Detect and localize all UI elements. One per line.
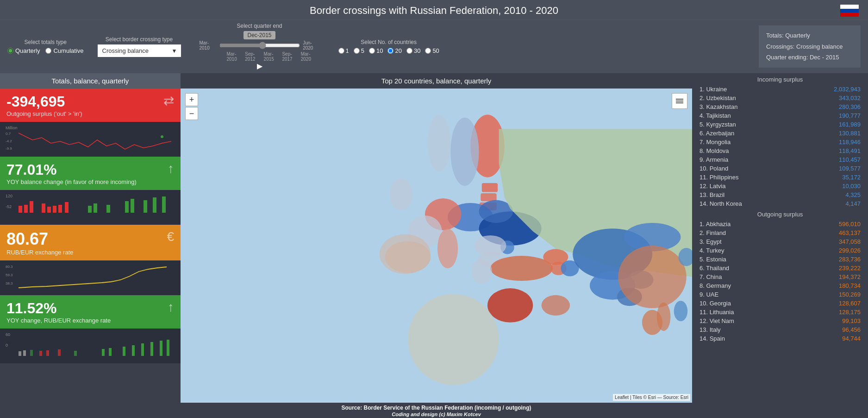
country-value: 35,172 xyxy=(842,174,861,181)
svg-point-58 xyxy=(490,256,553,281)
countries-20-label[interactable]: 20 xyxy=(387,47,401,54)
svg-rect-33 xyxy=(58,349,61,356)
map-area[interactable]: + − Leaflet | Tiles © Esri — Source: Esr… xyxy=(181,89,692,403)
crossing-type-select[interactable]: Crossing balance Incoming Outgoing xyxy=(98,44,181,57)
country-value: 596,010 xyxy=(839,221,861,228)
country-name: 2. Finland xyxy=(699,229,726,236)
country-name: 12. Viet Nam xyxy=(699,317,734,324)
svg-rect-21 xyxy=(153,197,156,213)
countries-1-label[interactable]: 1 xyxy=(338,47,349,54)
table-row: 5. Kyrgyzstan161,989 xyxy=(692,120,868,129)
country-value: 161,989 xyxy=(839,121,861,128)
svg-point-52 xyxy=(437,228,458,268)
country-name: 14. Spain xyxy=(699,335,725,342)
table-row: 2. Finland463,137 xyxy=(692,228,868,237)
countries-1-radio[interactable] xyxy=(338,48,344,54)
country-value: 190,777 xyxy=(839,112,861,119)
countries-50-radio[interactable] xyxy=(425,48,431,54)
country-name: 9. Armenia xyxy=(699,156,728,163)
country-value: 239,222 xyxy=(839,265,861,272)
cumulative-radio[interactable] xyxy=(45,48,51,54)
balance-chart: Million 0.7 -4.2 -9.9 2010201220142016 xyxy=(0,122,181,157)
quarter-label: Select quarter end xyxy=(237,23,282,29)
countries-label: Select No. of countries xyxy=(361,39,417,45)
countries-50-label[interactable]: 50 xyxy=(425,47,439,54)
svg-point-74 xyxy=(657,303,670,331)
map-layer-button[interactable] xyxy=(672,93,687,109)
table-row: 2. Uzbekistan343,032 xyxy=(692,94,868,102)
quarter-slider[interactable] xyxy=(219,42,300,49)
yoy-exchange-subtitle: YOY change, RUB/EUR exchange rate xyxy=(6,317,174,324)
svg-text:59.3: 59.3 xyxy=(6,273,13,277)
slider-min-label: Mar-2010 xyxy=(200,40,217,51)
svg-point-76 xyxy=(428,115,450,172)
zoom-out-button[interactable]: − xyxy=(185,107,198,120)
svg-rect-35 xyxy=(102,349,105,356)
totals-type-label: Select totals type xyxy=(25,39,67,45)
balance-value: -394,695 xyxy=(6,93,174,110)
table-row: 1. Ukraine2,032,943 xyxy=(692,85,868,94)
table-row: 3. Kazakhstan280,306 xyxy=(692,102,868,111)
svg-text:80.3: 80.3 xyxy=(6,265,13,269)
exchange-value: 80.67 xyxy=(6,229,174,249)
country-value: 130,881 xyxy=(839,130,861,137)
zoom-in-button[interactable]: + xyxy=(185,93,198,106)
svg-rect-40 xyxy=(150,342,153,356)
table-row: 13. Italy96,456 xyxy=(692,325,868,334)
svg-rect-37 xyxy=(123,347,125,356)
country-value: 110,457 xyxy=(839,156,861,163)
countries-10-label[interactable]: 10 xyxy=(369,47,383,54)
countries-20-radio[interactable] xyxy=(387,48,393,54)
country-name: 3. Egypt xyxy=(699,238,722,245)
country-value: 109,577 xyxy=(839,165,861,172)
cumulative-radio-label[interactable]: Cumulative xyxy=(45,47,83,54)
page-title: Border crossings with Russian Federation… xyxy=(0,5,868,17)
svg-point-59 xyxy=(472,259,492,284)
russia-flag xyxy=(840,5,859,17)
info-totals: Totals: Quarterly xyxy=(766,30,853,41)
svg-point-44 xyxy=(450,118,479,186)
country-name: 10. Georgia xyxy=(699,300,731,307)
table-row: 14. North Korea4,147 xyxy=(692,199,868,208)
up-arrow2-icon: ↑ xyxy=(168,300,174,315)
countries-10-radio[interactable] xyxy=(369,48,375,54)
page-header: Border crossings with Russian Federation… xyxy=(0,0,868,19)
yoy-exchange-chart: 60 0 2010201220142016 xyxy=(0,329,181,363)
svg-point-78 xyxy=(380,234,431,274)
crossing-type-select-wrapper: Crossing balance Incoming Outgoing ▼ xyxy=(98,44,181,57)
svg-rect-11 xyxy=(47,207,51,213)
exchange-subtitle: RUB/EUR exchange rate xyxy=(6,249,174,256)
svg-rect-80 xyxy=(676,101,683,101)
svg-rect-13 xyxy=(58,205,62,213)
left-panel-title: Totals, balance, quarterly xyxy=(0,73,181,89)
countries-5-label[interactable]: 5 xyxy=(354,47,364,54)
map-controls: + − xyxy=(185,93,198,120)
svg-text:-4.2: -4.2 xyxy=(6,139,12,143)
country-name: 6. Azerbaijan xyxy=(699,130,734,137)
countries-30-radio[interactable] xyxy=(406,48,412,54)
table-row: 9. UAE150,269 xyxy=(692,290,868,299)
svg-rect-42 xyxy=(167,340,169,356)
country-name: 10. Poland xyxy=(699,165,728,172)
country-value: 128,607 xyxy=(839,300,861,307)
svg-text:Million: Million xyxy=(6,126,18,130)
country-name: 12. Latvia xyxy=(699,183,725,190)
svg-rect-32 xyxy=(46,350,49,356)
countries-5-radio[interactable] xyxy=(354,48,360,54)
countries-options: 1 5 10 20 30 50 xyxy=(338,47,439,54)
svg-rect-34 xyxy=(74,351,77,356)
svg-rect-41 xyxy=(160,341,162,356)
yoy-chart: 120 -52 201020122 xyxy=(0,190,181,225)
table-row: 5. Estonia283,736 xyxy=(692,255,868,264)
country-value: 118,946 xyxy=(839,139,861,146)
arrows-icon: ⇄ xyxy=(163,93,174,108)
quarterly-radio[interactable] xyxy=(7,48,13,54)
table-row: 8. Germany180,734 xyxy=(692,281,868,290)
euro-icon: € xyxy=(167,229,174,244)
country-value: 10,030 xyxy=(842,183,861,190)
play-button[interactable]: ▶ xyxy=(257,62,262,70)
countries-30-label[interactable]: 30 xyxy=(406,47,420,54)
quarterly-radio-label[interactable]: Quarterly xyxy=(7,47,40,54)
outgoing-title: Outgoing surplus xyxy=(692,208,868,220)
exchange-chart: 80.3 59.3 38.3 2010201220142016 xyxy=(0,260,181,295)
